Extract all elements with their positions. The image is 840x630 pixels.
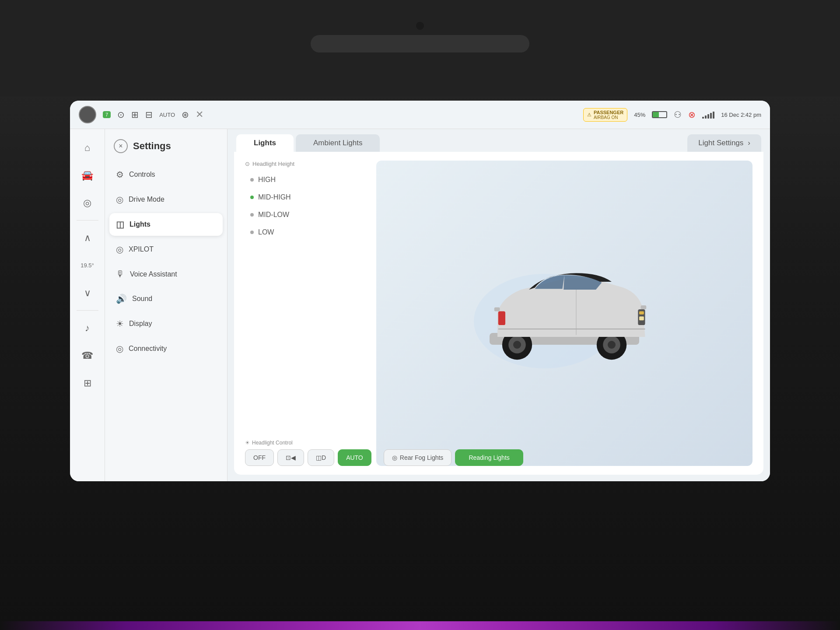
menu-item-connectivity[interactable]: ◎ Connectivity [109,337,223,360]
headlight-control-label: ☀ Headlight Control [245,440,752,446]
headlight-height-section: ⊙ Headlight Height HIGH MID-H [245,161,368,241]
light-controls: ⊙ Headlight Height HIGH MID-H [245,161,368,466]
close-icon: × [119,142,122,150]
sidebar-item-car[interactable]: 🚘 [74,163,101,187]
battery-pct: 45% [634,112,645,118]
svg-rect-12 [639,316,644,320]
sidebar-item-music[interactable]: ♪ [74,316,101,340]
light-content-panel: ⊙ Headlight Height HIGH MID-H [234,152,763,475]
xpilot-label: XPILOT [129,245,154,253]
reading-lights-button[interactable]: Reading Lights [455,449,523,466]
airbag-warning: ⚠ PASSENGER AIRBAG ON [583,108,627,122]
height-options: HIGH MID-HIGH MID-LOW [245,172,368,241]
height-option-high[interactable]: HIGH [245,172,368,188]
settings-close-button[interactable]: × [114,139,128,153]
height-dot-mid-low [250,213,254,217]
apps-icon: ⊞ [84,378,91,389]
music-icon: ♪ [85,322,90,334]
controls-label: Controls [129,171,155,178]
svg-rect-11 [639,312,644,315]
tab-ambient-lights[interactable]: Ambient Lights [296,134,380,152]
drivemode-icon: ◎ [116,194,123,205]
sidebar-item-phone[interactable]: ☎ [74,343,101,368]
tab-lights[interactable]: Lights [236,134,294,152]
home-icon: ⌂ [84,142,90,154]
settings-panel: × Settings ⚙ Controls ◎ Drive Mode ◫ Lig… [105,129,228,481]
avatar [79,106,96,123]
battery-icon [652,111,667,118]
headlight-control-buttons: OFF ⊡◀ ◫D AUTO [245,449,752,466]
notification-badge: 7 [103,111,111,118]
sidebar-item-expand-down[interactable]: ∨ [74,281,101,305]
sound-icon: 🔊 [116,294,127,304]
settings-title: Settings [133,140,171,152]
menu-item-lights[interactable]: ◫ Lights [109,213,223,236]
drivemode-label: Drive Mode [129,196,164,203]
headlight-height-icon: ⊙ [245,161,250,167]
sidebar-item-steering[interactable]: ◎ [74,191,101,215]
fog-icon: ◎ [392,454,397,461]
display-label: Display [129,320,152,328]
temperature-icon: 19.5° [80,262,94,269]
menu-item-display[interactable]: ☀ Display [109,312,223,335]
car-icon: 🚘 [81,170,93,181]
menu-item-xpilot[interactable]: ◎ XPILOT [109,238,223,261]
airbag-status: AIRBAG ON [594,115,623,120]
datetime: 16 Dec 2:42 pm [721,112,761,118]
airbag-label: PASSENGER [594,110,623,115]
rear-fog-lights-button[interactable]: ◎ Rear Fog Lights [384,449,452,466]
main-content: ⌂ 🚘 ◎ ∧ 19.5° ∨ [70,129,770,481]
svg-rect-13 [494,308,500,312]
bluetooth-icon: ⚇ [674,109,682,120]
sidebar-item-expand-up[interactable]: ∧ [74,226,101,250]
headlight-dipped-button[interactable]: ⊡◀ [277,449,304,466]
sidebar-item-home[interactable]: ⌂ [74,136,101,160]
content-area: Lights Ambient Lights Light Settings › [228,129,770,481]
connectivity-icon: ◎ [116,343,123,354]
menu-item-sound[interactable]: 🔊 Sound [109,287,223,310]
sidebar-item-apps[interactable]: ⊞ [74,371,101,395]
menu-item-drivemode[interactable]: ◎ Drive Mode [109,188,223,211]
svg-rect-9 [498,312,505,326]
svg-point-4 [513,341,521,349]
height-option-mid-high[interactable]: MID-HIGH [245,189,368,206]
height-dot-low [250,231,254,234]
top-bezel [0,0,840,96]
full-beam-icon: ◫D [316,454,326,461]
chevron-down-icon: ∨ [84,287,91,299]
phone-icon: ☎ [81,350,93,361]
tab-light-settings[interactable]: Light Settings › [687,134,761,152]
headlight-off-button[interactable]: OFF [245,449,274,466]
signal-bar-4 [710,113,712,119]
menu-item-voice[interactable]: 🎙 Voice Assistant [109,263,223,285]
connectivity-label: Connectivity [129,345,167,353]
car-svg [466,248,663,379]
headlight-auto-button[interactable]: AUTO [338,449,371,466]
arrow-icon: › [748,139,750,147]
dipped-icon: ⊡◀ [286,454,296,461]
steering-icon: ◎ [83,197,91,209]
signal-bar-3 [707,114,709,119]
signal-bar-2 [705,116,707,119]
tab-bar: Lights Ambient Lights Light Settings › [228,129,770,152]
lights-label: Lights [130,220,150,228]
display-area: 7 ⊙ ⊞ ⊟ AUTO ⊛ ✕ ⚠ PASSENGER AIRBAG ON 4… [70,101,770,481]
headlight-control-section: ☀ Headlight Control OFF ⊡◀ ◫D [245,440,752,466]
screen-bezel: 7 ⊙ ⊞ ⊟ AUTO ⊛ ✕ ⚠ PASSENGER AIRBAG ON 4… [0,0,840,630]
battery-fill [653,112,659,117]
height-option-mid-low[interactable]: MID-LOW [245,206,368,223]
height-dot-high [250,178,254,182]
menu-item-controls[interactable]: ⚙ Controls [109,163,223,186]
headlight-full-button[interactable]: ◫D [308,449,334,466]
status-right: ⚠ PASSENGER AIRBAG ON 45% ⚇ ⊗ [583,108,761,122]
chevron-up-icon: ∧ [84,232,91,244]
height-option-low[interactable]: LOW [245,224,368,241]
svg-point-7 [608,341,616,349]
ambient-light-strip [0,621,840,630]
headlight-height-label: ⊙ Headlight Height [245,161,368,167]
warning-icon: ⚠ [587,112,592,118]
close-icon[interactable]: ✕ [196,109,203,120]
status-bar: 7 ⊙ ⊞ ⊟ AUTO ⊛ ✕ ⚠ PASSENGER AIRBAG ON 4… [70,101,770,129]
car-visualization [376,161,752,466]
sidebar-item-temperature[interactable]: 19.5° [74,253,101,277]
